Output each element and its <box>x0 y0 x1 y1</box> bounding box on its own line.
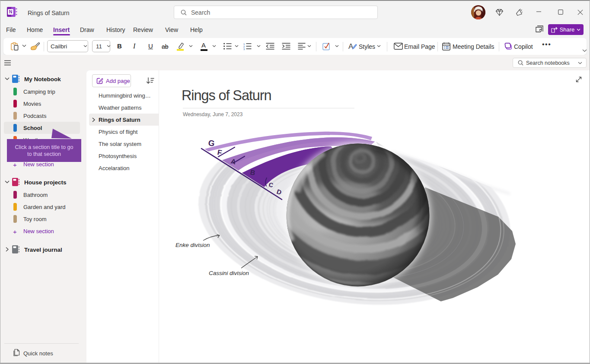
svg-text:N: N <box>9 9 13 14</box>
svg-text:3: 3 <box>243 48 245 51</box>
svg-text:Enke division: Enke division <box>175 242 210 248</box>
svg-text:Cassini division: Cassini division <box>209 270 249 276</box>
svg-text:A: A <box>348 42 354 51</box>
svg-text:F: F <box>217 148 223 157</box>
svg-text:G: G <box>207 138 215 148</box>
